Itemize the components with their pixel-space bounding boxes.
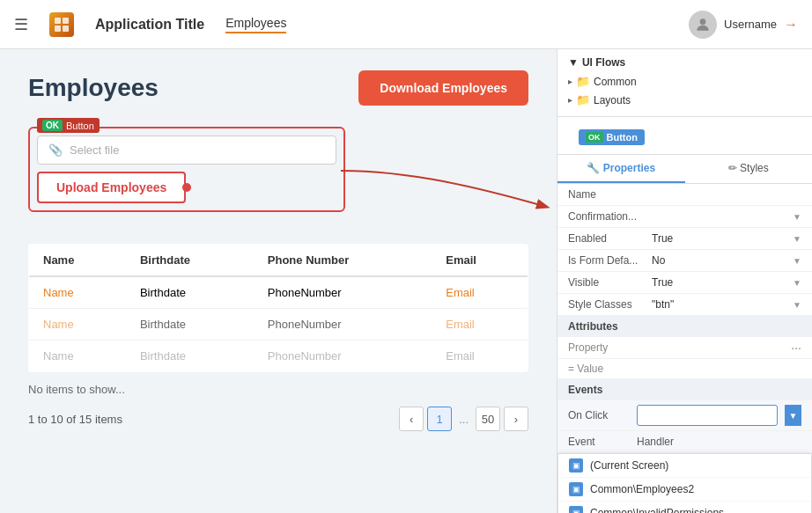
dropdown-arrow: ▼: [793, 256, 801, 266]
prop-name-label: Name: [568, 188, 652, 201]
cell-phone: PhoneNumber: [254, 341, 432, 372]
no-items-message: No items to show...: [28, 383, 528, 396]
prop-name: Name: [557, 184, 812, 206]
right-panel: ▼ UI Flows ▸ 📁 Common ▸ 📁 Layouts OK But…: [557, 49, 812, 513]
on-click-dropdown-button[interactable]: ▼: [785, 405, 801, 426]
svg-rect-3: [63, 26, 69, 32]
dropdown-list: ▣ (Current Screen) ▣ Common\Employees2 ▣…: [557, 453, 812, 513]
prev-page-button[interactable]: ‹: [399, 407, 424, 431]
dropdown-arrow: ▼: [793, 212, 801, 222]
prop-value-row: = Value: [557, 359, 812, 379]
avatar: [689, 11, 717, 39]
arrow-indicator: [341, 136, 557, 241]
event-label-text: Event: [568, 436, 630, 448]
dropdown-item-label: Common\Employees2: [590, 483, 694, 495]
cell-email: Email: [432, 276, 528, 309]
main-layout: Employees Download Employees OK Button 📎…: [0, 49, 812, 513]
prop-visible-label: Visible: [568, 276, 652, 289]
page-controls: ‹ 1 ... 50 ›: [399, 407, 528, 431]
on-click-input[interactable]: [637, 405, 778, 426]
col-birthdate: Birthdate: [126, 245, 254, 277]
event-handler-labels: Event Handler: [557, 431, 812, 453]
username: Username: [724, 18, 777, 31]
prop-form-label: Is Form Defa...: [568, 254, 652, 267]
tab-properties[interactable]: 🔧 Properties: [557, 155, 685, 183]
screen-icon: ▣: [569, 506, 583, 513]
tree-item-label: Common: [594, 76, 637, 88]
folder-icon: 📁: [576, 93, 590, 106]
prop-enabled-label: Enabled: [568, 232, 652, 245]
dropdown-item-label: (Current Screen): [590, 459, 668, 472]
dropdown-item-current-screen[interactable]: ▣ (Current Screen): [558, 454, 811, 478]
tree-title: UI Flows: [582, 56, 625, 69]
dropdown-arrow: ▼: [793, 278, 801, 288]
pagination: 1 to 10 of 15 items ‹ 1 ... 50 ›: [28, 407, 528, 431]
cell-phone: PhoneNumber: [254, 276, 432, 309]
prop-confirmation-label: Confirmation...: [568, 210, 652, 223]
resize-handle: [182, 183, 191, 192]
cell-birthdate: Birthdate: [126, 309, 254, 341]
prop-style-classes: Style Classes "btn" ▼: [557, 294, 812, 316]
more-options-button[interactable]: ···: [791, 341, 801, 355]
events-header: Events: [557, 379, 812, 400]
hamburger-icon[interactable]: ☰: [14, 15, 28, 34]
col-name: Name: [29, 245, 126, 277]
file-select-row: 📎 Select file: [37, 136, 336, 165]
paperclip-icon: 📎: [48, 143, 63, 157]
upload-employees-button[interactable]: Upload Employees: [37, 172, 186, 203]
prop-visible: Visible True ▼: [557, 272, 812, 294]
left-panel: Employees Download Employees OK Button 📎…: [0, 49, 557, 513]
ok-small-badge: OK: [586, 132, 603, 143]
cell-phone: PhoneNumber: [254, 309, 432, 341]
cell-birthdate: Birthdate: [126, 276, 254, 309]
next-page-button[interactable]: ›: [504, 407, 528, 431]
svg-rect-0: [55, 18, 61, 24]
prop-enabled-value: True: [652, 232, 793, 245]
value-col-label: = Value: [568, 363, 603, 375]
pagination-info: 1 to 10 of 15 items: [28, 413, 122, 426]
file-placeholder: Select file: [70, 143, 119, 157]
tab-styles[interactable]: ✏ Styles: [685, 155, 813, 183]
page-header: Employees Download Employees: [28, 70, 528, 106]
prop-attributes-row: Property ···: [557, 337, 812, 359]
page-1-button[interactable]: 1: [427, 407, 452, 431]
prop-enabled: Enabled True ▼: [557, 228, 812, 250]
dropdown-item-employees2[interactable]: ▣ Common\Employees2: [558, 478, 811, 502]
prop-is-form-default: Is Form Defa... No ▼: [557, 250, 812, 272]
screen-icon: ▣: [569, 458, 583, 473]
tree-item-layouts[interactable]: ▸ 📁 Layouts: [568, 91, 801, 109]
svg-point-4: [700, 18, 706, 25]
on-click-row: On Click ▼: [557, 400, 812, 431]
svg-rect-1: [63, 18, 69, 24]
page-dots: ...: [455, 413, 472, 426]
employees-table: Name Birthdate Phone Number Email Name B…: [28, 244, 528, 372]
folder-icon: 📁: [576, 75, 590, 88]
svg-rect-2: [55, 26, 61, 32]
dropdown-arrow: ▼: [793, 234, 801, 244]
prop-form-value: No: [652, 254, 793, 267]
table-row[interactable]: Name Birthdate PhoneNumber Email: [29, 276, 528, 309]
selected-element-label: OK Button: [579, 129, 645, 145]
table-row[interactable]: Name Birthdate PhoneNumber Email: [29, 309, 528, 341]
cell-email: Email: [432, 341, 528, 372]
top-nav: ☰ Application Title Employees Username →: [0, 0, 812, 49]
prop-style-label: Style Classes: [568, 298, 652, 311]
tree-item-common[interactable]: ▸ 📁 Common: [568, 72, 801, 91]
tree-item-label: Layouts: [594, 94, 631, 106]
nav-employees[interactable]: Employees: [225, 16, 286, 33]
col-email: Email: [432, 245, 528, 277]
prop-confirmation: Confirmation... ▼: [557, 206, 812, 228]
on-click-label: On Click: [568, 409, 630, 421]
tree-header: ▼ UI Flows: [568, 56, 801, 69]
handler-label-text: Handler: [637, 436, 698, 448]
upload-section-label: OK Button: [37, 118, 100, 133]
page-50-button[interactable]: 50: [476, 407, 500, 431]
download-employees-button[interactable]: Download Employees: [358, 70, 528, 106]
dropdown-item-invalidpermissions[interactable]: ▣ Common\InvalidPermissions: [558, 502, 811, 513]
user-area[interactable]: Username →: [689, 11, 798, 39]
cell-name: Name: [29, 309, 126, 341]
upload-section: OK Button 📎 Select file Upload Employees: [28, 127, 345, 212]
logout-icon[interactable]: →: [784, 17, 798, 33]
dropdown-arrow: ▼: [793, 300, 801, 310]
table-row[interactable]: Name Birthdate PhoneNumber Email: [29, 341, 528, 372]
